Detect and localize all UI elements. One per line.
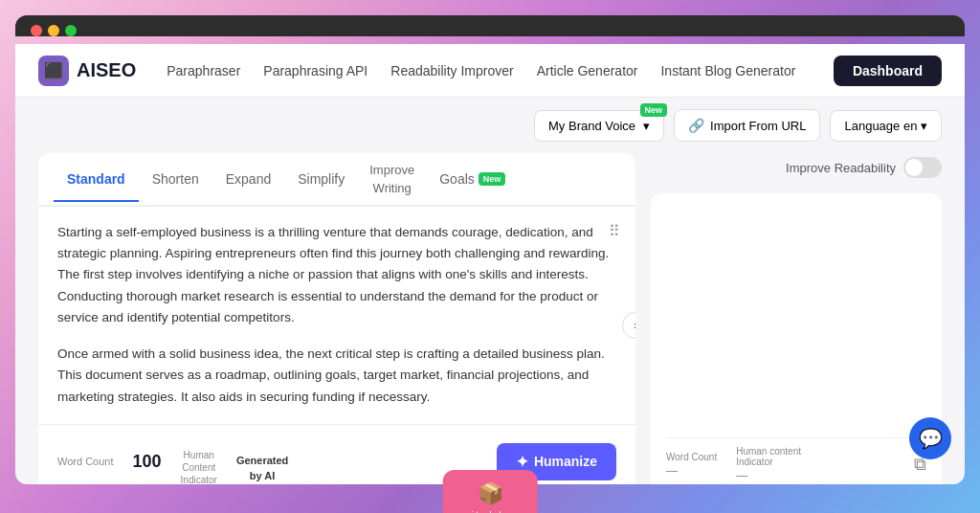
nav-link-article[interactable]: Article Generator [537,63,638,78]
word-count-section: Word Count [57,456,114,467]
right-bottom-bar: Word Count — Human content Indicator — ⧉ [666,437,926,482]
link-icon: 🔗 [688,118,704,133]
improve-readability-label: Improve Readability [786,161,896,175]
right-content-indicator: Human content Indicator — [736,446,801,482]
main-content: Standard Shorten Expand Simplify Improve… [15,153,965,484]
improve-readability-toggle[interactable] [903,157,942,178]
drag-handle: ⠿ [609,222,620,240]
dot-yellow [48,25,59,36]
toolbox-icon: 📦 [478,481,503,506]
sparkle-icon: ✦ [516,453,528,471]
right-content-indicator-value: — [736,469,801,482]
nav-links: Paraphraser Paraphrasing API Readability… [167,63,834,78]
nav-link-blog[interactable]: Instant Blog Generator [660,63,795,78]
paragraph-2: Once armed with a solid business idea, t… [57,344,616,408]
right-content-area: Word Count — Human content Indicator — ⧉ [651,193,942,484]
brand-voice-badge: New [640,103,668,117]
tab-goals[interactable]: Goals New [426,158,519,200]
tab-simplify[interactable]: Simplify [284,158,358,200]
human-content-indicator: Human Content Indicator [181,436,217,484]
right-panel: Improve Readability Word Count — Human c… [635,153,942,484]
nav-link-api[interactable]: Paraphrasing API [263,63,368,78]
chat-bubble-button[interactable]: 💬 [909,417,951,459]
paragraph-1: Starting a self-employed business is a t… [57,222,616,328]
dot-green [65,25,77,36]
brand-voice-button[interactable]: My Brand Voice ▾ New [534,110,664,142]
brand-voice-chevron: ▾ [643,119,650,133]
tab-shorten[interactable]: Shorten [139,158,212,200]
text-content-area: ⠿ Starting a self-employed business is a… [38,207,635,424]
browser-dots [31,25,949,36]
tab-standard[interactable]: Standard [54,158,139,200]
right-word-count-value: — [666,464,717,478]
nav-link-paraphraser[interactable]: Paraphraser [167,63,240,78]
dot-red [31,25,42,36]
bottom-bar: Word Count 100 Human Content Indicator G… [38,424,635,484]
right-word-count-label: Word Count [666,452,717,462]
browser-content: ⬛ AISEO Paraphraser Paraphrasing API Rea… [15,44,965,484]
navbar: ⬛ AISEO Paraphraser Paraphrasing API Rea… [15,44,965,98]
logo-area: ⬛ AISEO [38,56,136,86]
word-count-label: Word Count [57,456,114,467]
logo-text: AISEO [77,59,136,81]
bottom-toolbox: 📦 ai tools box [443,470,538,513]
generated-label: Generated by AI [236,439,288,483]
toolbar-row: My Brand Voice ▾ New 🔗 Import From URL L… [15,98,965,153]
import-url-button[interactable]: 🔗 Import From URL [674,109,820,142]
nav-link-readability[interactable]: Readability Improver [390,63,513,78]
word-count-number: 100 [133,452,162,472]
logo-icon: ⬛ [38,56,69,86]
improve-row: Improve Readability [651,153,942,182]
language-button[interactable]: Language en ▾ [830,110,942,142]
tab-expand[interactable]: Expand [212,158,284,200]
tab-improve-writing[interactable]: ImproveWriting [358,153,426,205]
import-url-label: Import From URL [710,119,806,133]
tabs-row: Standard Shorten Expand Simplify Improve… [38,153,635,207]
dashboard-button[interactable]: Dashboard [834,56,942,86]
browser-chrome [15,15,965,36]
brand-voice-label: My Brand Voice [548,119,635,133]
goals-badge: New [479,172,506,186]
right-word-count: Word Count — [666,452,717,478]
left-panel: Standard Shorten Expand Simplify Improve… [38,153,635,484]
right-content-indicator-label: Human content Indicator [736,446,801,467]
